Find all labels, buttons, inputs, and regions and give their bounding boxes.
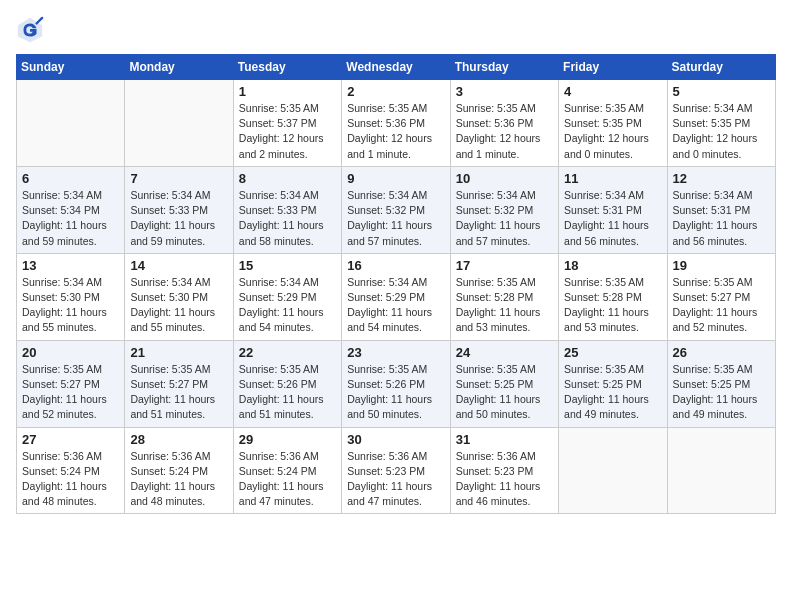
day-number: 17 xyxy=(456,258,553,273)
calendar-cell: 18Sunrise: 5:35 AM Sunset: 5:28 PM Dayli… xyxy=(559,253,667,340)
logo xyxy=(16,16,48,44)
day-number: 4 xyxy=(564,84,661,99)
calendar-cell: 9Sunrise: 5:34 AM Sunset: 5:32 PM Daylig… xyxy=(342,166,450,253)
day-info: Sunrise: 5:35 AM Sunset: 5:37 PM Dayligh… xyxy=(239,101,336,162)
day-info: Sunrise: 5:35 AM Sunset: 5:28 PM Dayligh… xyxy=(564,275,661,336)
weekday-header: Sunday xyxy=(17,55,125,80)
day-number: 10 xyxy=(456,171,553,186)
day-info: Sunrise: 5:35 AM Sunset: 5:27 PM Dayligh… xyxy=(130,362,227,423)
day-info: Sunrise: 5:36 AM Sunset: 5:23 PM Dayligh… xyxy=(456,449,553,510)
calendar-cell: 30Sunrise: 5:36 AM Sunset: 5:23 PM Dayli… xyxy=(342,427,450,514)
calendar-cell: 10Sunrise: 5:34 AM Sunset: 5:32 PM Dayli… xyxy=(450,166,558,253)
day-number: 11 xyxy=(564,171,661,186)
day-number: 18 xyxy=(564,258,661,273)
calendar-cell: 12Sunrise: 5:34 AM Sunset: 5:31 PM Dayli… xyxy=(667,166,775,253)
day-number: 24 xyxy=(456,345,553,360)
calendar-cell: 4Sunrise: 5:35 AM Sunset: 5:35 PM Daylig… xyxy=(559,80,667,167)
day-info: Sunrise: 5:35 AM Sunset: 5:26 PM Dayligh… xyxy=(239,362,336,423)
day-number: 8 xyxy=(239,171,336,186)
weekday-header: Monday xyxy=(125,55,233,80)
calendar-cell: 6Sunrise: 5:34 AM Sunset: 5:34 PM Daylig… xyxy=(17,166,125,253)
day-info: Sunrise: 5:34 AM Sunset: 5:33 PM Dayligh… xyxy=(130,188,227,249)
calendar-cell: 8Sunrise: 5:34 AM Sunset: 5:33 PM Daylig… xyxy=(233,166,341,253)
calendar-cell: 7Sunrise: 5:34 AM Sunset: 5:33 PM Daylig… xyxy=(125,166,233,253)
calendar-cell: 17Sunrise: 5:35 AM Sunset: 5:28 PM Dayli… xyxy=(450,253,558,340)
calendar-header-row: SundayMondayTuesdayWednesdayThursdayFrid… xyxy=(17,55,776,80)
day-number: 13 xyxy=(22,258,119,273)
calendar-cell: 25Sunrise: 5:35 AM Sunset: 5:25 PM Dayli… xyxy=(559,340,667,427)
calendar-week-row: 20Sunrise: 5:35 AM Sunset: 5:27 PM Dayli… xyxy=(17,340,776,427)
day-info: Sunrise: 5:36 AM Sunset: 5:24 PM Dayligh… xyxy=(239,449,336,510)
day-number: 5 xyxy=(673,84,770,99)
day-info: Sunrise: 5:34 AM Sunset: 5:32 PM Dayligh… xyxy=(456,188,553,249)
day-info: Sunrise: 5:35 AM Sunset: 5:25 PM Dayligh… xyxy=(564,362,661,423)
day-info: Sunrise: 5:36 AM Sunset: 5:23 PM Dayligh… xyxy=(347,449,444,510)
day-number: 29 xyxy=(239,432,336,447)
day-info: Sunrise: 5:35 AM Sunset: 5:35 PM Dayligh… xyxy=(564,101,661,162)
day-number: 16 xyxy=(347,258,444,273)
day-info: Sunrise: 5:35 AM Sunset: 5:28 PM Dayligh… xyxy=(456,275,553,336)
calendar-cell: 3Sunrise: 5:35 AM Sunset: 5:36 PM Daylig… xyxy=(450,80,558,167)
calendar-cell: 28Sunrise: 5:36 AM Sunset: 5:24 PM Dayli… xyxy=(125,427,233,514)
day-number: 15 xyxy=(239,258,336,273)
day-info: Sunrise: 5:35 AM Sunset: 5:25 PM Dayligh… xyxy=(673,362,770,423)
calendar-cell xyxy=(559,427,667,514)
day-number: 28 xyxy=(130,432,227,447)
day-number: 31 xyxy=(456,432,553,447)
calendar-cell: 26Sunrise: 5:35 AM Sunset: 5:25 PM Dayli… xyxy=(667,340,775,427)
weekday-header: Thursday xyxy=(450,55,558,80)
calendar-cell: 22Sunrise: 5:35 AM Sunset: 5:26 PM Dayli… xyxy=(233,340,341,427)
day-info: Sunrise: 5:34 AM Sunset: 5:31 PM Dayligh… xyxy=(673,188,770,249)
calendar-cell: 24Sunrise: 5:35 AM Sunset: 5:25 PM Dayli… xyxy=(450,340,558,427)
calendar-cell: 29Sunrise: 5:36 AM Sunset: 5:24 PM Dayli… xyxy=(233,427,341,514)
day-info: Sunrise: 5:36 AM Sunset: 5:24 PM Dayligh… xyxy=(130,449,227,510)
calendar-cell: 16Sunrise: 5:34 AM Sunset: 5:29 PM Dayli… xyxy=(342,253,450,340)
day-info: Sunrise: 5:34 AM Sunset: 5:31 PM Dayligh… xyxy=(564,188,661,249)
day-info: Sunrise: 5:34 AM Sunset: 5:34 PM Dayligh… xyxy=(22,188,119,249)
day-number: 2 xyxy=(347,84,444,99)
day-info: Sunrise: 5:34 AM Sunset: 5:29 PM Dayligh… xyxy=(347,275,444,336)
weekday-header: Wednesday xyxy=(342,55,450,80)
day-info: Sunrise: 5:35 AM Sunset: 5:27 PM Dayligh… xyxy=(673,275,770,336)
calendar-week-row: 6Sunrise: 5:34 AM Sunset: 5:34 PM Daylig… xyxy=(17,166,776,253)
calendar-week-row: 27Sunrise: 5:36 AM Sunset: 5:24 PM Dayli… xyxy=(17,427,776,514)
calendar-week-row: 13Sunrise: 5:34 AM Sunset: 5:30 PM Dayli… xyxy=(17,253,776,340)
day-info: Sunrise: 5:35 AM Sunset: 5:26 PM Dayligh… xyxy=(347,362,444,423)
day-info: Sunrise: 5:35 AM Sunset: 5:25 PM Dayligh… xyxy=(456,362,553,423)
day-info: Sunrise: 5:34 AM Sunset: 5:30 PM Dayligh… xyxy=(22,275,119,336)
calendar-cell xyxy=(667,427,775,514)
calendar-cell: 5Sunrise: 5:34 AM Sunset: 5:35 PM Daylig… xyxy=(667,80,775,167)
day-info: Sunrise: 5:34 AM Sunset: 5:35 PM Dayligh… xyxy=(673,101,770,162)
day-number: 7 xyxy=(130,171,227,186)
day-number: 21 xyxy=(130,345,227,360)
calendar-cell: 2Sunrise: 5:35 AM Sunset: 5:36 PM Daylig… xyxy=(342,80,450,167)
calendar-cell: 21Sunrise: 5:35 AM Sunset: 5:27 PM Dayli… xyxy=(125,340,233,427)
logo-icon xyxy=(16,16,44,44)
weekday-header: Tuesday xyxy=(233,55,341,80)
weekday-header: Saturday xyxy=(667,55,775,80)
day-number: 26 xyxy=(673,345,770,360)
day-info: Sunrise: 5:36 AM Sunset: 5:24 PM Dayligh… xyxy=(22,449,119,510)
day-number: 22 xyxy=(239,345,336,360)
day-number: 6 xyxy=(22,171,119,186)
calendar-cell: 31Sunrise: 5:36 AM Sunset: 5:23 PM Dayli… xyxy=(450,427,558,514)
calendar-cell xyxy=(125,80,233,167)
calendar-cell: 23Sunrise: 5:35 AM Sunset: 5:26 PM Dayli… xyxy=(342,340,450,427)
calendar-cell: 14Sunrise: 5:34 AM Sunset: 5:30 PM Dayli… xyxy=(125,253,233,340)
day-info: Sunrise: 5:34 AM Sunset: 5:32 PM Dayligh… xyxy=(347,188,444,249)
day-number: 27 xyxy=(22,432,119,447)
day-number: 25 xyxy=(564,345,661,360)
day-info: Sunrise: 5:35 AM Sunset: 5:36 PM Dayligh… xyxy=(456,101,553,162)
weekday-header: Friday xyxy=(559,55,667,80)
day-number: 14 xyxy=(130,258,227,273)
calendar-week-row: 1Sunrise: 5:35 AM Sunset: 5:37 PM Daylig… xyxy=(17,80,776,167)
day-number: 23 xyxy=(347,345,444,360)
day-number: 1 xyxy=(239,84,336,99)
day-info: Sunrise: 5:34 AM Sunset: 5:33 PM Dayligh… xyxy=(239,188,336,249)
page-header xyxy=(16,16,776,44)
calendar-cell: 19Sunrise: 5:35 AM Sunset: 5:27 PM Dayli… xyxy=(667,253,775,340)
day-info: Sunrise: 5:34 AM Sunset: 5:30 PM Dayligh… xyxy=(130,275,227,336)
calendar-table: SundayMondayTuesdayWednesdayThursdayFrid… xyxy=(16,54,776,514)
day-info: Sunrise: 5:34 AM Sunset: 5:29 PM Dayligh… xyxy=(239,275,336,336)
calendar-cell: 27Sunrise: 5:36 AM Sunset: 5:24 PM Dayli… xyxy=(17,427,125,514)
